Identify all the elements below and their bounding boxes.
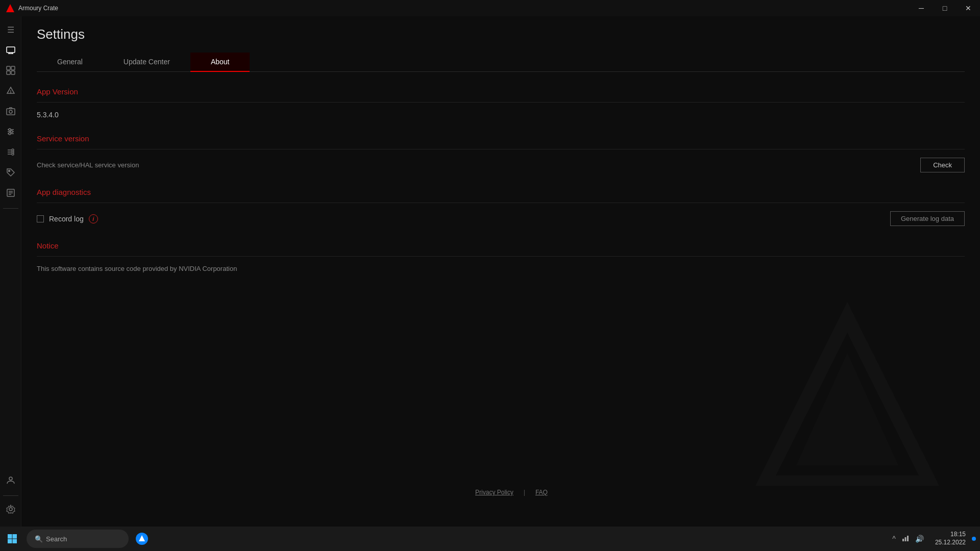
network-icon[interactable] — [900, 533, 911, 545]
svg-point-23 — [12, 153, 14, 155]
notice-title: Notice — [37, 241, 965, 250]
alert-icon[interactable] — [2, 82, 20, 100]
svg-rect-34 — [13, 539, 17, 544]
tab-about[interactable]: About — [190, 53, 250, 72]
notice-section: Notice This software contains source cod… — [37, 241, 965, 272]
svg-rect-5 — [11, 66, 15, 70]
service-version-section: Service version Check service/HAL servic… — [37, 134, 965, 172]
app-version-section: App Version 5.3.4.0 — [37, 87, 965, 119]
settings-bottom-icon[interactable] — [2, 500, 20, 518]
svg-rect-32 — [13, 534, 17, 539]
chevron-up-icon[interactable]: ^ — [890, 533, 898, 545]
tabs-container: General Update Center About — [37, 53, 965, 72]
sliders-icon[interactable] — [2, 122, 20, 141]
svg-rect-36 — [904, 537, 906, 541]
notice-divider — [37, 256, 965, 257]
sidebar-divider — [3, 208, 18, 209]
svg-point-15 — [9, 129, 11, 131]
service-version-desc: Check service/HAL service version — [37, 161, 139, 169]
armoury-app-icon — [136, 533, 148, 545]
main-content: Settings General Update Center About App… — [21, 16, 980, 527]
svg-rect-35 — [902, 539, 904, 541]
svg-rect-33 — [8, 539, 12, 544]
sidebar-bottom — [2, 471, 20, 527]
svg-point-11 — [9, 110, 12, 113]
page-title: Settings — [37, 27, 965, 42]
svg-rect-7 — [11, 71, 15, 74]
titlebar: Armoury Crate ─ □ ✕ — [0, 0, 980, 16]
svg-rect-0 — [7, 47, 15, 53]
app-version-value: 5.3.4.0 — [37, 111, 965, 119]
device-icon[interactable] — [2, 41, 20, 59]
search-icon: 🔍 — [35, 535, 43, 543]
user-icon[interactable] — [2, 471, 20, 489]
taskbar-right: ^ 🔊 18:15 25.12.2022 — [886, 531, 980, 546]
generate-log-button[interactable]: Generate log data — [890, 211, 965, 226]
tab-update-center[interactable]: Update Center — [103, 53, 190, 72]
svg-point-29 — [9, 477, 12, 480]
record-log-left: Record log i — [37, 214, 98, 223]
app-title: Armoury Crate — [18, 5, 58, 12]
maximize-button[interactable]: □ — [933, 0, 957, 16]
svg-rect-37 — [907, 536, 909, 541]
app-logo-icon — [6, 4, 14, 12]
svg-rect-4 — [7, 66, 10, 70]
footer-separator: | — [524, 489, 525, 496]
sidebar: ☰ — [0, 16, 21, 527]
footer-links: Privacy Policy | FAQ — [43, 489, 980, 496]
svg-point-30 — [9, 508, 12, 511]
settings-page: Settings General Update Center About App… — [21, 16, 980, 298]
clock-time: 18:15 — [950, 531, 966, 539]
privacy-policy-link[interactable]: Privacy Policy — [475, 489, 513, 496]
record-log-checkbox[interactable] — [37, 215, 44, 222]
svg-point-9 — [10, 93, 11, 93]
background-watermark — [745, 292, 949, 496]
svg-rect-10 — [7, 109, 15, 115]
app-diagnostics-divider — [37, 203, 965, 203]
svg-point-16 — [11, 131, 13, 133]
record-log-label: Record log — [49, 215, 84, 223]
titlebar-controls: ─ □ ✕ — [910, 0, 980, 16]
service-version-title: Service version — [37, 134, 965, 143]
clock-date: 25.12.2022 — [935, 539, 966, 547]
minimize-button[interactable]: ─ — [910, 0, 933, 16]
taskbar-clock[interactable]: 18:15 25.12.2022 — [931, 531, 970, 546]
notice-text: This software contains source code provi… — [37, 265, 965, 272]
svg-point-17 — [9, 133, 11, 135]
log-icon[interactable] — [2, 184, 20, 202]
search-text: Search — [46, 535, 67, 543]
service-version-row: Check service/HAL service version Check — [37, 158, 965, 172]
info-icon[interactable]: i — [89, 214, 98, 223]
titlebar-left: Armoury Crate — [6, 4, 58, 12]
start-button[interactable] — [0, 527, 24, 551]
sidebar-bottom-divider — [3, 495, 18, 496]
taskbar-armoury-app[interactable] — [131, 528, 153, 550]
camera-icon[interactable] — [2, 102, 20, 120]
tag-icon[interactable] — [2, 163, 20, 182]
close-button[interactable]: ✕ — [957, 0, 980, 16]
taskbar-tray: ^ 🔊 — [886, 533, 930, 545]
service-version-divider — [37, 149, 965, 149]
svg-point-24 — [8, 170, 10, 172]
app-diagnostics-section: App diagnostics Record log i Generate lo… — [37, 188, 965, 226]
record-log-row: Record log i Generate log data — [37, 211, 965, 226]
windows-logo-icon — [7, 534, 17, 544]
svg-rect-31 — [8, 534, 12, 539]
taskbar-search[interactable]: 🔍 Search — [27, 530, 129, 548]
app-version-divider — [37, 102, 965, 103]
tab-general[interactable]: General — [37, 53, 103, 72]
taskbar: 🔍 Search ^ 🔊 18:15 25.12.2022 — [0, 527, 980, 551]
tools-icon[interactable] — [2, 143, 20, 161]
speaker-icon[interactable]: 🔊 — [913, 533, 926, 545]
notification-dot — [972, 537, 976, 541]
faq-link[interactable]: FAQ — [535, 489, 548, 496]
menu-icon[interactable]: ☰ — [2, 20, 20, 39]
app-version-title: App Version — [37, 87, 965, 96]
check-button[interactable]: Check — [920, 158, 965, 172]
app-diagnostics-title: App diagnostics — [37, 188, 965, 196]
svg-rect-6 — [7, 71, 10, 74]
grid-icon[interactable] — [2, 61, 20, 80]
